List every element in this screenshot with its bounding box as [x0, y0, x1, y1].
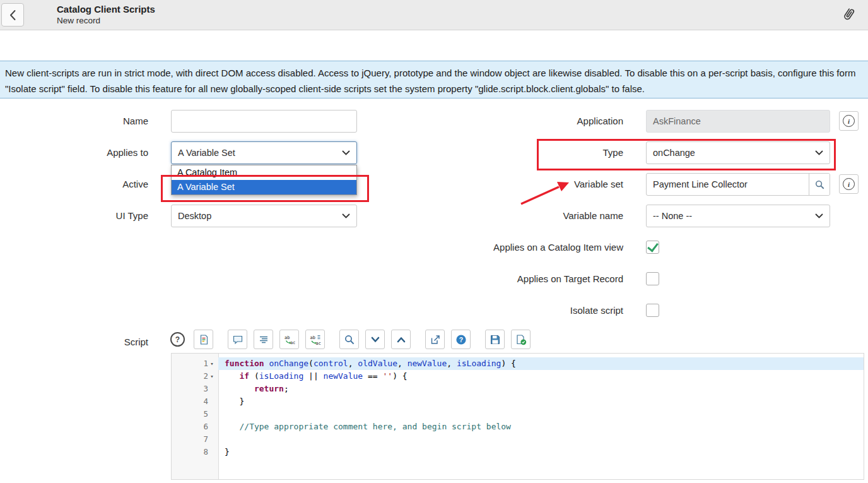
svg-text:?: ?	[459, 335, 462, 343]
info-icon	[843, 178, 855, 190]
line-number: 2	[203, 370, 208, 383]
chevron-down-icon	[815, 150, 823, 155]
syntax-highlight-icon[interactable]	[194, 330, 213, 349]
fold-toggle-icon[interactable]: ▾	[208, 370, 216, 383]
ui-type-select[interactable]: Desktop	[171, 205, 357, 227]
applies-on-target-record-checkbox[interactable]	[646, 272, 659, 285]
type-select[interactable]: onChange	[646, 141, 830, 164]
info-icon	[843, 115, 855, 127]
script-check-icon[interactable]	[511, 330, 531, 349]
attachment-button[interactable]	[842, 6, 855, 25]
catalog-client-script-form-page: Catalog Client Scripts New record New cl…	[0, 0, 868, 483]
search-icon[interactable]	[339, 330, 359, 349]
code-lines: 1▾function onChange(control, oldValue, n…	[172, 354, 864, 458]
format-lines-icon[interactable]	[254, 330, 273, 349]
code-line: 6 //Type appropriate comment here, and b…	[172, 420, 864, 433]
variable-name-label: Variable name	[402, 205, 623, 227]
code-line: 3 return;	[172, 383, 864, 395]
info-message-line1: New client-scripts are run in strict mod…	[5, 65, 868, 81]
applies-on-target-record-label: Applies on Target Record	[402, 268, 623, 290]
application-label: Application	[402, 110, 623, 133]
line-number: 1	[203, 357, 208, 370]
variable-set-info-button[interactable]	[839, 174, 859, 194]
find-previous-icon[interactable]	[391, 330, 411, 349]
chevron-down-icon	[342, 150, 350, 155]
application-value: AskFinance	[653, 116, 701, 126]
script-toolbar: ?abacabac?	[168, 329, 531, 350]
svg-text:ac: ac	[315, 340, 320, 345]
comment-icon[interactable]	[228, 330, 247, 349]
applies-on-catalog-item-view-checkbox[interactable]	[646, 241, 659, 254]
replace-icon[interactable]: abac	[279, 330, 299, 349]
active-label: Active	[22, 173, 148, 196]
isolate-script-label: Isolate script	[402, 299, 623, 322]
variable-set-label: Variable set	[402, 173, 623, 196]
header-title-block: Catalog Client Scripts New record	[57, 4, 155, 27]
open-new-window-icon[interactable]	[425, 330, 445, 349]
code-line: 2▾ if (isLoading || newValue == '') {	[172, 370, 864, 383]
replace-all-icon[interactable]: abac	[305, 330, 325, 349]
info-message-line2: "Isolate script" field. To disable this …	[5, 81, 868, 97]
api-help-icon[interactable]: ?	[451, 330, 471, 349]
line-number: 6	[203, 420, 208, 433]
help-circle-icon[interactable]: ?	[168, 330, 187, 349]
applies-to-value: A Variable Set	[178, 148, 235, 158]
name-label: Name	[22, 110, 148, 133]
ui-type-label: UI Type	[22, 205, 148, 227]
save-icon[interactable]	[485, 330, 505, 349]
svg-text:ac: ac	[290, 340, 295, 345]
chevron-down-icon	[815, 213, 823, 218]
line-number: 7	[203, 433, 208, 446]
menu-button[interactable]	[32, 8, 50, 24]
line-number: 8	[203, 446, 208, 458]
dropdown-option[interactable]: A Catalog Item	[172, 165, 356, 180]
name-input[interactable]	[171, 110, 357, 133]
variable-name-value: -- None --	[653, 211, 692, 221]
svg-text:ab: ab	[284, 335, 290, 340]
paperclip-icon	[842, 6, 855, 23]
info-message: New client-scripts are run in strict mod…	[0, 61, 868, 98]
script-label: Script	[22, 331, 148, 354]
ui-type-value: Desktop	[178, 211, 211, 221]
svg-text:ab: ab	[310, 335, 315, 340]
type-label: Type	[402, 141, 623, 164]
back-button[interactable]	[1, 3, 24, 27]
form-header: Catalog Client Scripts New record	[0, 0, 868, 30]
back-chevron-icon	[9, 9, 16, 21]
type-value: onChange	[653, 148, 695, 158]
variable-set-lookup-button[interactable]	[809, 174, 830, 195]
dropdown-option[interactable]: A Variable Set	[172, 180, 356, 194]
code-line: 1▾function onChange(control, oldValue, n…	[172, 357, 864, 370]
page-title: Catalog Client Scripts	[57, 4, 155, 16]
search-icon	[814, 179, 825, 190]
applies-to-dropdown: A Catalog ItemA Variable Set	[171, 165, 357, 195]
variable-set-value: Payment Line Collector	[647, 174, 809, 195]
variable-set-input[interactable]: Payment Line Collector	[646, 173, 830, 196]
code-line: 7	[172, 433, 864, 446]
applies-on-catalog-item-view-label: Applies on a Catalog Item view	[402, 236, 623, 259]
code-line: 5	[172, 408, 864, 420]
applies-to-select[interactable]: A Variable Set	[171, 141, 357, 164]
applies-to-label: Applies to	[22, 141, 148, 164]
line-number: 4	[203, 395, 208, 408]
chevron-down-icon	[342, 213, 350, 218]
variable-name-select[interactable]: -- None --	[646, 205, 830, 227]
code-line: 4 }	[172, 395, 864, 408]
application-field: AskFinance	[646, 110, 830, 133]
application-info-button[interactable]	[839, 111, 859, 131]
fold-toggle-icon[interactable]: ▾	[208, 357, 216, 370]
page-subtitle: New record	[57, 16, 155, 27]
line-number: 5	[203, 408, 208, 420]
code-line: 8}	[172, 446, 864, 458]
find-next-icon[interactable]	[365, 330, 385, 349]
isolate-script-checkbox[interactable]	[646, 304, 659, 317]
script-code-editor[interactable]: 1▾function onChange(control, oldValue, n…	[171, 353, 864, 480]
line-number: 3	[203, 383, 208, 395]
